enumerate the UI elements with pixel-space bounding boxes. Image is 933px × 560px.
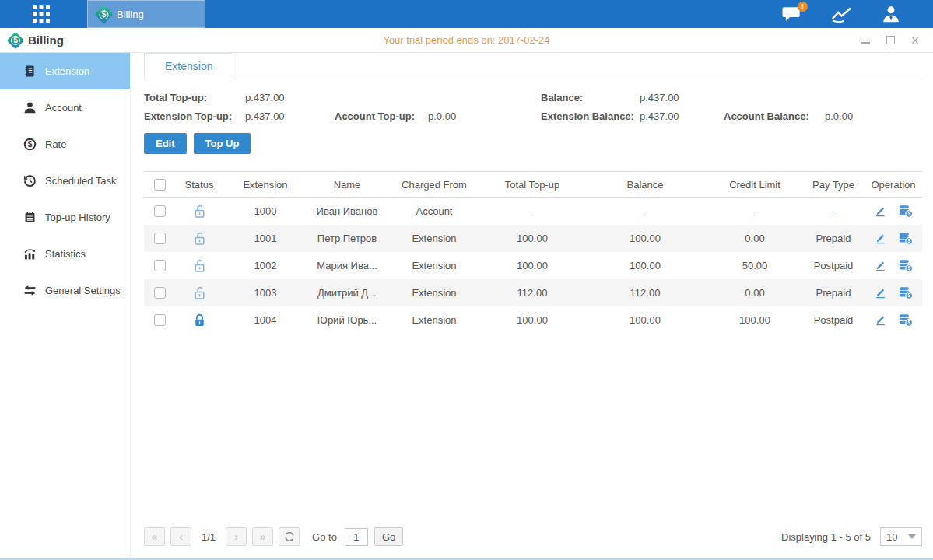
goto-label: Go to (312, 531, 337, 543)
row-checkbox[interactable] (154, 260, 166, 271)
cell-balance: 100.00 (583, 252, 707, 279)
go-button[interactable]: Go (374, 527, 403, 546)
top-up-row-button[interactable]: $ (898, 205, 913, 218)
refresh-button[interactable] (279, 527, 300, 546)
cell-name: Мария Ива... (307, 252, 387, 279)
column-credit-limit: Credit Limit (707, 172, 802, 198)
row-checkbox[interactable] (154, 233, 166, 244)
next-page-button[interactable]: › (226, 527, 247, 546)
cell-total-topup: 100.00 (482, 225, 583, 252)
row-checkbox[interactable] (154, 314, 166, 326)
minimize-button[interactable] (860, 35, 871, 46)
cell-charged-from: Extension (387, 225, 482, 252)
lock-status-icon[interactable] (193, 204, 206, 219)
extension-balance-value: p.437.00 (640, 110, 724, 122)
cell-total-topup: 100.00 (482, 306, 583, 334)
column-total-topup: Total Top-up (482, 172, 583, 198)
first-page-button[interactable]: « (144, 527, 165, 546)
window-title: Billing (28, 33, 64, 47)
edit-row-button[interactable] (874, 286, 887, 299)
cell-pay-type: Prepaid (802, 225, 865, 252)
notification-badge: ! (798, 2, 808, 12)
column-name: Name (307, 172, 387, 198)
sidebar-item-scheduled-task[interactable]: Scheduled Task (0, 163, 130, 199)
edit-row-button[interactable] (874, 259, 887, 271)
taskbar-right: ! (782, 0, 900, 28)
account-topup-value: p.0.00 (428, 110, 541, 122)
sidebar-item-label: Extension (45, 65, 89, 77)
sidebar-item-account[interactable]: Account (0, 89, 130, 126)
sliders-icon (23, 284, 37, 297)
messages-button[interactable]: ! (782, 6, 801, 23)
edit-button[interactable]: Edit (144, 133, 187, 154)
edit-row-button[interactable] (874, 313, 887, 326)
sidebar-item-topup-history[interactable]: Top-up History (0, 199, 130, 236)
cell-extension: 1001 (223, 225, 307, 252)
page-size-select[interactable]: 10 (880, 527, 922, 546)
locked-icon (193, 313, 206, 327)
column-operation: Operation (865, 172, 922, 198)
pagination-bar: « ‹ 1/1 › » Go to (144, 527, 922, 558)
top-up-row-button[interactable]: $ (898, 286, 913, 299)
refresh-icon (284, 531, 295, 542)
lock-status-icon[interactable] (193, 231, 206, 246)
taskbar: $ Billing ! (0, 0, 933, 28)
cell-credit-limit: 0.00 (707, 279, 802, 306)
edit-row-button[interactable] (874, 205, 887, 217)
column-pay-type: Pay Type (802, 172, 865, 198)
user-icon (882, 5, 900, 23)
select-all-checkbox[interactable] (154, 179, 166, 191)
unlocked-icon (193, 285, 206, 300)
top-up-row-button[interactable]: $ (898, 259, 913, 272)
balance-label: Balance: (541, 92, 640, 103)
top-up-button[interactable]: Top Up (194, 133, 251, 154)
pencil-icon (874, 313, 887, 326)
top-up-row-button[interactable]: $ (898, 313, 913, 327)
billing-window-icon: $ (7, 31, 25, 49)
last-page-button[interactable]: » (252, 527, 273, 546)
sidebar: Extension Account $ Rate (0, 53, 131, 558)
unlocked-icon (193, 204, 206, 219)
summary-panel: Total Top-up: p.437.00 Balance: p.437.00… (144, 92, 922, 122)
sidebar-item-rate[interactable]: $ Rate (0, 126, 130, 163)
lock-status-icon[interactable] (193, 258, 206, 273)
user-menu-button[interactable] (882, 5, 900, 23)
tab-extension[interactable]: Extension (144, 53, 233, 79)
cell-total-topup: 100.00 (482, 252, 583, 279)
sidebar-item-extension[interactable]: Extension (0, 53, 130, 89)
sidebar-item-general-settings[interactable]: General Settings (0, 272, 130, 309)
extension-topup-value: p.437.00 (245, 110, 335, 122)
table-row: 1003 Дмитрий Д... Extension 112.00 112.0… (144, 279, 922, 306)
lock-status-icon[interactable] (193, 285, 206, 300)
row-checkbox[interactable] (154, 205, 166, 217)
cell-credit-limit: 0.00 (707, 225, 802, 252)
cell-credit-limit: 100.00 (707, 306, 802, 334)
close-button[interactable]: × (910, 35, 921, 46)
extension-balance-label: Extension Balance: (541, 110, 640, 122)
top-up-row-button[interactable]: $ (898, 232, 913, 245)
cell-charged-from: Extension (387, 252, 482, 279)
column-charged-from: Charged From (387, 172, 482, 198)
cell-balance: 112.00 (583, 279, 707, 306)
pencil-icon (874, 205, 887, 217)
row-checkbox[interactable] (154, 287, 166, 299)
app-grid-button[interactable] (28, 0, 54, 28)
cell-balance: 100.00 (583, 306, 707, 334)
tab-strip: Extension (144, 53, 922, 79)
displaying-text: Displaying 1 - 5 of 5 (781, 531, 871, 543)
line-chart-icon (831, 6, 852, 23)
sidebar-item-statistics[interactable]: Statistics (0, 236, 130, 272)
person-icon (23, 101, 37, 114)
maximize-button[interactable] (885, 35, 896, 46)
sidebar-item-label: Statistics (45, 248, 86, 260)
edit-row-button[interactable] (874, 232, 887, 244)
prev-page-button[interactable]: ‹ (170, 527, 191, 546)
goto-page-input[interactable] (345, 528, 368, 546)
cell-total-topup: - (482, 198, 583, 225)
cell-charged-from: Account (387, 198, 482, 225)
reports-button[interactable] (831, 6, 852, 23)
pencil-icon (874, 286, 887, 299)
sidebar-item-label: Rate (45, 138, 66, 150)
taskbar-tab-billing[interactable]: $ Billing (87, 0, 205, 28)
lock-status-icon[interactable] (193, 313, 206, 327)
